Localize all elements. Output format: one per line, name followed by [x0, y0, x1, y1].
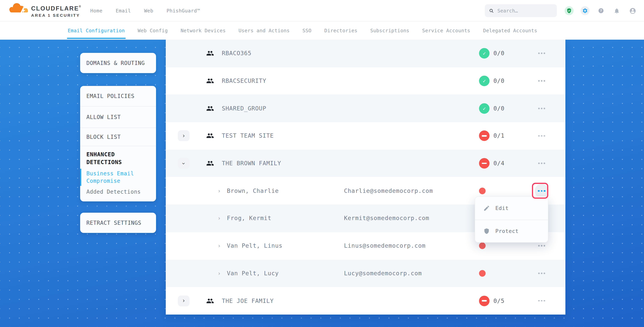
group-name: THE BROWN FAMILY	[222, 160, 281, 167]
status-dot-alert	[479, 270, 486, 277]
status-badge-ok: ✓	[479, 103, 490, 113]
table-row-member[interactable]: ›Van Pelt, LucyLucy@somedemocorp.com	[166, 260, 566, 287]
sidebar-section-title[interactable]: ENHANCED DETECTIONS	[80, 146, 156, 169]
sub-nav-tab[interactable]: SSO	[302, 28, 312, 33]
sidebar-item[interactable]: BLOCK LIST	[80, 128, 156, 146]
minus-glyph	[482, 300, 487, 302]
group-name: THE JOE FAMILY	[222, 297, 274, 304]
status-badge-ok: ✓	[479, 48, 490, 59]
group-icon	[206, 132, 214, 140]
group-icon	[206, 77, 214, 85]
sidebar: DOMAINS & ROUTINGEMAIL POLICIESALLOW LIS…	[80, 53, 156, 233]
row-actions-button[interactable]	[534, 48, 550, 59]
search-box[interactable]	[485, 4, 557, 17]
table-row-group[interactable]: RBACSECURITY✓0/0	[166, 67, 566, 94]
protected-count: 0/0	[494, 77, 504, 84]
member-chevron-icon[interactable]: ›	[218, 188, 221, 194]
sidebar-card: DOMAINS & ROUTING	[80, 53, 156, 73]
top-nav-item[interactable]: PhishGuard™	[166, 8, 200, 13]
sub-nav-tab[interactable]: Network Devices	[180, 28, 226, 33]
row-actions-button[interactable]	[534, 75, 550, 86]
table-row-group[interactable]: ›THE JOE FAMILY0/5	[166, 287, 566, 314]
sub-nav-tab[interactable]: Web Config	[138, 28, 168, 33]
help-icon[interactable]: ?	[596, 6, 606, 15]
search-input[interactable]	[497, 8, 552, 13]
svg-text:?: ?	[600, 9, 602, 13]
sub-nav-tab[interactable]: Service Accounts	[422, 28, 470, 33]
status-badge-ok: ✓	[479, 76, 490, 86]
row-actions-button[interactable]	[534, 130, 550, 141]
member-email: Linus@somedemocorp.com	[344, 242, 426, 249]
shield-icon	[483, 228, 490, 235]
sidebar-item[interactable]: RETRACT SETTINGS	[80, 213, 156, 233]
row-actions-button[interactable]	[534, 103, 550, 114]
protected-count: 0/1	[494, 132, 504, 139]
top-nav-item[interactable]: Web	[144, 8, 153, 13]
expand-chevron-button[interactable]: ›	[178, 295, 190, 306]
group-name: RBACSECURITY	[222, 77, 266, 84]
sidebar-subitem-active[interactable]: Business Email Compromise	[80, 169, 156, 186]
sub-nav-tab[interactable]: Directories	[324, 28, 358, 33]
group-icon	[206, 159, 214, 167]
protected-count: 0/0	[494, 50, 504, 57]
shield-check-icon[interactable]	[564, 6, 574, 15]
context-menu-label: Protect	[495, 228, 518, 234]
cloudflare-cloud-icon	[8, 2, 29, 13]
member-email: Lucy@somedemocorp.com	[344, 270, 422, 277]
top-nav-item[interactable]: Email	[116, 8, 131, 13]
collapse-chevron-button[interactable]: ›	[178, 158, 190, 169]
expand-chevron-button[interactable]: ›	[178, 130, 190, 141]
top-nav-item[interactable]: Home	[90, 8, 102, 13]
status-badge-alert	[479, 296, 490, 306]
row-actions-button[interactable]	[534, 295, 550, 306]
brand-name: CLOUDFLARE®	[31, 5, 82, 12]
row-actions-button[interactable]	[534, 158, 550, 169]
sidebar-item[interactable]: EMAIL POLICIES	[80, 86, 156, 106]
sub-nav-tab[interactable]: Email Configuration	[68, 28, 125, 33]
member-chevron-icon[interactable]: ›	[218, 243, 221, 249]
sidebar-item[interactable]: ALLOW LIST	[80, 106, 156, 128]
gear-icon[interactable]	[580, 6, 590, 15]
table-row-group[interactable]: ›TEST TEAM SITE0/1	[166, 122, 566, 149]
row-context-menu: EditProtect	[475, 196, 548, 243]
sidebar-card: EMAIL POLICIESALLOW LISTBLOCK LISTENHANC…	[80, 86, 156, 201]
registered-mark: ®	[79, 5, 82, 8]
header-icon-row: ?	[564, 0, 638, 21]
sub-nav-tab[interactable]: Subscriptions	[370, 28, 409, 33]
status-dot-alert	[479, 242, 486, 249]
table-row-group[interactable]: RBACO365✓0/0	[166, 40, 566, 67]
pencil-icon	[483, 205, 490, 212]
sidebar-item[interactable]: DOMAINS & ROUTING	[80, 53, 156, 73]
minus-glyph	[482, 163, 487, 164]
table-row-group[interactable]: ›THE BROWN FAMILY0/4	[166, 150, 566, 177]
member-name: Frog, Kermit	[227, 215, 272, 222]
context-menu-item-edit[interactable]: Edit	[475, 197, 548, 220]
member-chevron-icon[interactable]: ›	[218, 270, 221, 277]
row-actions-button[interactable]	[534, 268, 550, 279]
protected-count: 0/4	[494, 160, 504, 167]
sub-nav-tab[interactable]: Delegated Accounts	[483, 28, 537, 33]
search-icon	[489, 8, 494, 13]
context-menu-item-protect[interactable]: Protect	[475, 220, 548, 242]
sub-nav-tab[interactable]: Users and Actions	[238, 28, 290, 33]
group-icon	[206, 297, 214, 305]
user-avatar-icon[interactable]	[628, 6, 638, 15]
brand-product: AREA 1 SECURITY	[31, 13, 82, 17]
cloudflare-logo[interactable]: CLOUDFLARE® AREA 1 SECURITY	[8, 2, 86, 20]
status-badge-alert	[479, 158, 490, 169]
bell-icon[interactable]	[612, 6, 622, 15]
status-dot-alert	[479, 188, 486, 194]
member-email: Charlie@somedemocorp.com	[344, 187, 433, 194]
group-name: SHARED_GROUP	[222, 105, 266, 112]
table-row-group[interactable]: SHARED_GROUP✓0/0	[166, 95, 566, 122]
minus-glyph	[482, 135, 487, 136]
top-nav: HomeEmailWebPhishGuard™	[90, 0, 200, 21]
group-icon	[206, 104, 214, 112]
sub-nav: Email ConfigurationWeb ConfigNetwork Dev…	[0, 21, 644, 40]
active-indicator-bar	[80, 169, 81, 186]
member-name: Van Pelt, Lucy	[227, 270, 279, 277]
member-email: Kermit@somedemocorp.com	[344, 215, 429, 222]
sidebar-subitem[interactable]: Added Detections	[80, 186, 156, 201]
context-menu-label: Edit	[495, 205, 508, 211]
member-chevron-icon[interactable]: ›	[218, 215, 221, 221]
